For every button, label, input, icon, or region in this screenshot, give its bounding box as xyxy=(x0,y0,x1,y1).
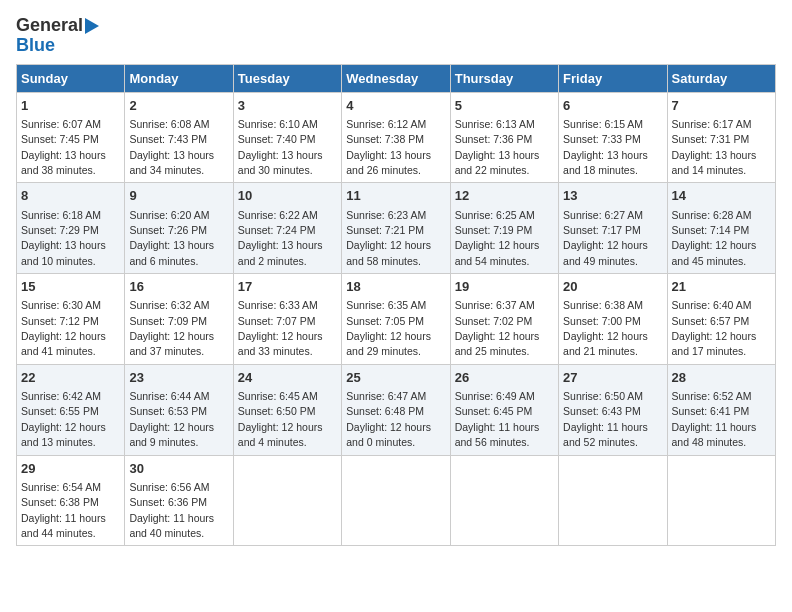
day-detail: Sunrise: 6:42 AMSunset: 6:55 PMDaylight:… xyxy=(21,390,106,448)
day-detail: Sunrise: 6:17 AMSunset: 7:31 PMDaylight:… xyxy=(672,118,757,176)
calendar-day-16: 16Sunrise: 6:32 AMSunset: 7:09 PMDayligh… xyxy=(125,274,233,365)
logo: General Blue xyxy=(16,16,99,56)
day-number: 20 xyxy=(563,278,662,296)
day-detail: Sunrise: 6:13 AMSunset: 7:36 PMDaylight:… xyxy=(455,118,540,176)
calendar-day-22: 22Sunrise: 6:42 AMSunset: 6:55 PMDayligh… xyxy=(17,364,125,455)
day-number: 1 xyxy=(21,97,120,115)
day-number: 27 xyxy=(563,369,662,387)
day-number: 25 xyxy=(346,369,445,387)
logo-text-blue: Blue xyxy=(16,36,55,56)
calendar-day-empty xyxy=(667,455,775,546)
day-detail: Sunrise: 6:44 AMSunset: 6:53 PMDaylight:… xyxy=(129,390,214,448)
day-detail: Sunrise: 6:45 AMSunset: 6:50 PMDaylight:… xyxy=(238,390,323,448)
calendar-week-3: 15Sunrise: 6:30 AMSunset: 7:12 PMDayligh… xyxy=(17,274,776,365)
calendar-day-empty xyxy=(342,455,450,546)
day-number: 17 xyxy=(238,278,337,296)
day-detail: Sunrise: 6:12 AMSunset: 7:38 PMDaylight:… xyxy=(346,118,431,176)
calendar-day-18: 18Sunrise: 6:35 AMSunset: 7:05 PMDayligh… xyxy=(342,274,450,365)
calendar-day-8: 8Sunrise: 6:18 AMSunset: 7:29 PMDaylight… xyxy=(17,183,125,274)
day-detail: Sunrise: 6:07 AMSunset: 7:45 PMDaylight:… xyxy=(21,118,106,176)
calendar-week-2: 8Sunrise: 6:18 AMSunset: 7:29 PMDaylight… xyxy=(17,183,776,274)
calendar-header-row: SundayMondayTuesdayWednesdayThursdayFrid… xyxy=(17,64,776,92)
day-detail: Sunrise: 6:25 AMSunset: 7:19 PMDaylight:… xyxy=(455,209,540,267)
logo-arrow-icon xyxy=(85,18,99,34)
calendar-day-21: 21Sunrise: 6:40 AMSunset: 6:57 PMDayligh… xyxy=(667,274,775,365)
day-number: 15 xyxy=(21,278,120,296)
day-detail: Sunrise: 6:20 AMSunset: 7:26 PMDaylight:… xyxy=(129,209,214,267)
day-number: 12 xyxy=(455,187,554,205)
calendar-day-empty xyxy=(450,455,558,546)
day-number: 21 xyxy=(672,278,771,296)
day-number: 19 xyxy=(455,278,554,296)
day-number: 6 xyxy=(563,97,662,115)
calendar-day-6: 6Sunrise: 6:15 AMSunset: 7:33 PMDaylight… xyxy=(559,92,667,183)
day-detail: Sunrise: 6:08 AMSunset: 7:43 PMDaylight:… xyxy=(129,118,214,176)
calendar-day-27: 27Sunrise: 6:50 AMSunset: 6:43 PMDayligh… xyxy=(559,364,667,455)
calendar-day-14: 14Sunrise: 6:28 AMSunset: 7:14 PMDayligh… xyxy=(667,183,775,274)
day-number: 2 xyxy=(129,97,228,115)
calendar-day-4: 4Sunrise: 6:12 AMSunset: 7:38 PMDaylight… xyxy=(342,92,450,183)
calendar-day-15: 15Sunrise: 6:30 AMSunset: 7:12 PMDayligh… xyxy=(17,274,125,365)
calendar-day-11: 11Sunrise: 6:23 AMSunset: 7:21 PMDayligh… xyxy=(342,183,450,274)
calendar-day-2: 2Sunrise: 6:08 AMSunset: 7:43 PMDaylight… xyxy=(125,92,233,183)
day-detail: Sunrise: 6:32 AMSunset: 7:09 PMDaylight:… xyxy=(129,299,214,357)
calendar-day-12: 12Sunrise: 6:25 AMSunset: 7:19 PMDayligh… xyxy=(450,183,558,274)
day-detail: Sunrise: 6:33 AMSunset: 7:07 PMDaylight:… xyxy=(238,299,323,357)
header-day-saturday: Saturday xyxy=(667,64,775,92)
day-number: 5 xyxy=(455,97,554,115)
calendar-day-20: 20Sunrise: 6:38 AMSunset: 7:00 PMDayligh… xyxy=(559,274,667,365)
day-number: 18 xyxy=(346,278,445,296)
calendar-day-1: 1Sunrise: 6:07 AMSunset: 7:45 PMDaylight… xyxy=(17,92,125,183)
calendar-day-9: 9Sunrise: 6:20 AMSunset: 7:26 PMDaylight… xyxy=(125,183,233,274)
calendar-day-23: 23Sunrise: 6:44 AMSunset: 6:53 PMDayligh… xyxy=(125,364,233,455)
header-day-tuesday: Tuesday xyxy=(233,64,341,92)
day-detail: Sunrise: 6:47 AMSunset: 6:48 PMDaylight:… xyxy=(346,390,431,448)
day-number: 28 xyxy=(672,369,771,387)
day-number: 10 xyxy=(238,187,337,205)
header: General Blue xyxy=(16,16,776,56)
header-day-monday: Monday xyxy=(125,64,233,92)
day-number: 9 xyxy=(129,187,228,205)
calendar-day-29: 29Sunrise: 6:54 AMSunset: 6:38 PMDayligh… xyxy=(17,455,125,546)
calendar-week-5: 29Sunrise: 6:54 AMSunset: 6:38 PMDayligh… xyxy=(17,455,776,546)
calendar-day-24: 24Sunrise: 6:45 AMSunset: 6:50 PMDayligh… xyxy=(233,364,341,455)
day-detail: Sunrise: 6:54 AMSunset: 6:38 PMDaylight:… xyxy=(21,481,106,539)
calendar-day-3: 3Sunrise: 6:10 AMSunset: 7:40 PMDaylight… xyxy=(233,92,341,183)
day-detail: Sunrise: 6:40 AMSunset: 6:57 PMDaylight:… xyxy=(672,299,757,357)
day-detail: Sunrise: 6:23 AMSunset: 7:21 PMDaylight:… xyxy=(346,209,431,267)
day-number: 7 xyxy=(672,97,771,115)
day-number: 23 xyxy=(129,369,228,387)
day-number: 30 xyxy=(129,460,228,478)
calendar-week-4: 22Sunrise: 6:42 AMSunset: 6:55 PMDayligh… xyxy=(17,364,776,455)
calendar-day-19: 19Sunrise: 6:37 AMSunset: 7:02 PMDayligh… xyxy=(450,274,558,365)
day-detail: Sunrise: 6:50 AMSunset: 6:43 PMDaylight:… xyxy=(563,390,648,448)
calendar-day-5: 5Sunrise: 6:13 AMSunset: 7:36 PMDaylight… xyxy=(450,92,558,183)
header-day-friday: Friday xyxy=(559,64,667,92)
calendar-day-25: 25Sunrise: 6:47 AMSunset: 6:48 PMDayligh… xyxy=(342,364,450,455)
calendar-table: SundayMondayTuesdayWednesdayThursdayFrid… xyxy=(16,64,776,547)
logo-text-general: General xyxy=(16,16,83,36)
calendar-day-10: 10Sunrise: 6:22 AMSunset: 7:24 PMDayligh… xyxy=(233,183,341,274)
day-detail: Sunrise: 6:49 AMSunset: 6:45 PMDaylight:… xyxy=(455,390,540,448)
day-detail: Sunrise: 6:27 AMSunset: 7:17 PMDaylight:… xyxy=(563,209,648,267)
calendar-day-empty xyxy=(559,455,667,546)
day-number: 8 xyxy=(21,187,120,205)
day-number: 16 xyxy=(129,278,228,296)
day-detail: Sunrise: 6:18 AMSunset: 7:29 PMDaylight:… xyxy=(21,209,106,267)
calendar-day-empty xyxy=(233,455,341,546)
calendar-day-28: 28Sunrise: 6:52 AMSunset: 6:41 PMDayligh… xyxy=(667,364,775,455)
day-detail: Sunrise: 6:35 AMSunset: 7:05 PMDaylight:… xyxy=(346,299,431,357)
day-detail: Sunrise: 6:56 AMSunset: 6:36 PMDaylight:… xyxy=(129,481,214,539)
day-detail: Sunrise: 6:28 AMSunset: 7:14 PMDaylight:… xyxy=(672,209,757,267)
day-number: 22 xyxy=(21,369,120,387)
calendar-day-13: 13Sunrise: 6:27 AMSunset: 7:17 PMDayligh… xyxy=(559,183,667,274)
day-number: 3 xyxy=(238,97,337,115)
day-detail: Sunrise: 6:52 AMSunset: 6:41 PMDaylight:… xyxy=(672,390,757,448)
day-number: 14 xyxy=(672,187,771,205)
day-number: 4 xyxy=(346,97,445,115)
calendar-week-1: 1Sunrise: 6:07 AMSunset: 7:45 PMDaylight… xyxy=(17,92,776,183)
day-detail: Sunrise: 6:22 AMSunset: 7:24 PMDaylight:… xyxy=(238,209,323,267)
day-detail: Sunrise: 6:30 AMSunset: 7:12 PMDaylight:… xyxy=(21,299,106,357)
header-day-thursday: Thursday xyxy=(450,64,558,92)
calendar-day-17: 17Sunrise: 6:33 AMSunset: 7:07 PMDayligh… xyxy=(233,274,341,365)
